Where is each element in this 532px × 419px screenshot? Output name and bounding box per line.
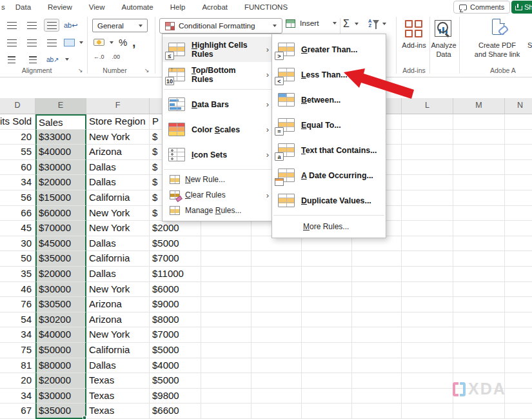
cell[interactable] bbox=[453, 282, 505, 298]
increase-decimal-button[interactable]: ←.0 bbox=[94, 54, 104, 60]
percent-style-button[interactable]: % bbox=[119, 37, 127, 48]
cell[interactable]: $6600 bbox=[150, 404, 201, 419]
sort-filter-button[interactable]: AZ bbox=[368, 19, 386, 28]
cell[interactable] bbox=[453, 130, 505, 145]
cell[interactable] bbox=[402, 297, 453, 312]
cell[interactable] bbox=[201, 282, 251, 298]
cell[interactable]: Texas bbox=[86, 373, 150, 389]
cell[interactable] bbox=[251, 343, 302, 358]
cell[interactable] bbox=[201, 358, 251, 374]
cell[interactable] bbox=[251, 312, 302, 328]
cell[interactable]: Sales bbox=[35, 114, 86, 130]
column-header-D[interactable]: D bbox=[0, 98, 35, 114]
conditional-formatting-button[interactable]: Conditional Formatting bbox=[159, 18, 282, 34]
decrease-decimal-button[interactable]: .00 bbox=[112, 54, 121, 60]
cell[interactable]: New York bbox=[86, 282, 150, 298]
cell[interactable]: $11000 bbox=[150, 267, 201, 282]
accounting-format-icon[interactable] bbox=[94, 39, 104, 46]
cell[interactable]: Dallas bbox=[86, 236, 150, 252]
alignment-dialog-launcher[interactable]: ↘ bbox=[78, 67, 83, 74]
cell[interactable]: 75 bbox=[0, 343, 35, 358]
cell[interactable] bbox=[352, 404, 402, 419]
cell[interactable] bbox=[201, 373, 251, 389]
cell[interactable] bbox=[402, 327, 453, 343]
column-header-F[interactable]: F bbox=[86, 98, 150, 114]
cell[interactable]: $15000 bbox=[35, 190, 86, 206]
cell[interactable]: New York bbox=[86, 221, 150, 236]
cell[interactable]: California bbox=[86, 190, 150, 206]
cell[interactable]: $35000 bbox=[35, 404, 86, 419]
tab-review[interactable]: Review bbox=[48, 1, 72, 13]
cell[interactable]: $30200 bbox=[35, 312, 86, 328]
cell[interactable] bbox=[402, 236, 453, 252]
menu-item-duplicate-values[interactable]: Duplicate Values... bbox=[272, 188, 386, 213]
tab-formulas-partial[interactable]: s bbox=[1, 1, 5, 13]
menu-item-new-rule[interactable]: New Rule... bbox=[163, 172, 273, 187]
cell[interactable] bbox=[402, 389, 453, 404]
cell[interactable]: 20 bbox=[0, 130, 35, 145]
cell[interactable]: 45 bbox=[0, 221, 35, 236]
cell[interactable]: 34 bbox=[0, 327, 35, 343]
cell[interactable]: $40000 bbox=[35, 145, 86, 160]
cell[interactable]: 81 bbox=[0, 358, 35, 374]
cell[interactable]: New York bbox=[86, 327, 150, 343]
cell[interactable] bbox=[453, 160, 505, 176]
cell[interactable] bbox=[505, 160, 532, 176]
menu-item-clear-rules[interactable]: Clear Rules › bbox=[163, 187, 273, 203]
align-left-button[interactable] bbox=[4, 36, 19, 49]
cell[interactable]: $30000 bbox=[35, 282, 86, 298]
cell[interactable] bbox=[402, 130, 453, 145]
cell[interactable] bbox=[402, 343, 453, 358]
cell[interactable]: $33000 bbox=[35, 130, 86, 145]
cell[interactable] bbox=[505, 389, 532, 404]
cell[interactable] bbox=[302, 358, 352, 374]
cell[interactable]: $8000 bbox=[150, 312, 201, 328]
cell[interactable]: 56 bbox=[0, 190, 35, 206]
selection-fill-handle[interactable] bbox=[83, 416, 86, 419]
cell[interactable]: Texas bbox=[86, 404, 150, 419]
menu-item-greater-than[interactable]: > Greater Than... bbox=[272, 37, 386, 62]
cell[interactable] bbox=[201, 389, 251, 404]
cell[interactable]: Arizona bbox=[86, 145, 150, 160]
tab-functions[interactable]: FUNCTIONS bbox=[244, 1, 288, 13]
cell[interactable] bbox=[201, 343, 251, 358]
cell[interactable] bbox=[402, 282, 453, 298]
cell[interactable] bbox=[302, 297, 352, 312]
cell[interactable]: $5000 bbox=[150, 373, 201, 389]
cell[interactable] bbox=[453, 312, 505, 328]
cell[interactable] bbox=[302, 251, 352, 267]
cell[interactable] bbox=[352, 358, 402, 374]
cell[interactable]: $70000 bbox=[35, 221, 86, 236]
increase-indent-button[interactable] bbox=[25, 53, 41, 66]
cell[interactable] bbox=[201, 297, 251, 312]
cell[interactable]: $30500 bbox=[35, 297, 86, 312]
menu-item-text-that-contains[interactable]: a Text that Contains... bbox=[272, 138, 386, 163]
cell[interactable] bbox=[251, 389, 302, 404]
menu-item-color-scales[interactable]: Color Scales › bbox=[163, 117, 273, 142]
cell[interactable] bbox=[251, 327, 302, 343]
cell[interactable] bbox=[251, 297, 302, 312]
cell[interactable] bbox=[302, 404, 352, 419]
cell[interactable]: $30000 bbox=[35, 389, 86, 404]
cell[interactable]: $7000 bbox=[150, 327, 201, 343]
cell[interactable] bbox=[453, 267, 505, 282]
cell[interactable] bbox=[505, 190, 532, 206]
cell[interactable] bbox=[402, 206, 453, 221]
align-right-button[interactable] bbox=[44, 36, 59, 49]
menu-item-manage-rules[interactable]: Manage Rules... bbox=[163, 203, 273, 218]
cell[interactable] bbox=[402, 312, 453, 328]
cell[interactable]: New York bbox=[86, 206, 150, 221]
cell[interactable] bbox=[352, 297, 402, 312]
cell[interactable]: Arizona bbox=[86, 297, 150, 312]
tab-view[interactable]: View bbox=[89, 1, 105, 13]
cell[interactable] bbox=[453, 206, 505, 221]
cell[interactable] bbox=[201, 251, 251, 267]
cell[interactable]: $9000 bbox=[150, 297, 201, 312]
cell[interactable] bbox=[201, 327, 251, 343]
cell[interactable] bbox=[505, 282, 532, 298]
tab-data[interactable]: Data bbox=[15, 1, 31, 13]
number-format-dropdown[interactable]: General bbox=[92, 19, 148, 32]
tab-automate[interactable]: Automate bbox=[121, 1, 153, 13]
cell[interactable] bbox=[505, 130, 532, 145]
cell[interactable]: 55 bbox=[0, 145, 35, 160]
